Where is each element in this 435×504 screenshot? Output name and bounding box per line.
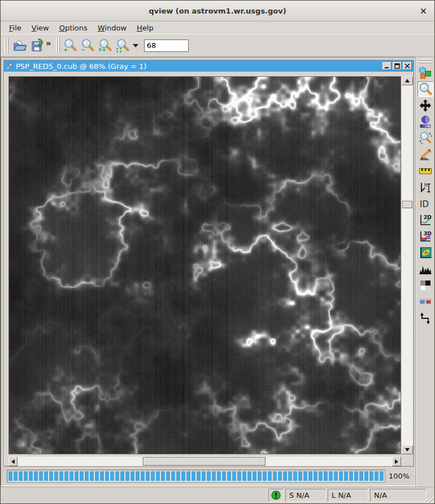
zoom-tool-icon [419,82,432,96]
band-selection-tool-button[interactable] [417,65,433,81]
toolbar-overflow-button[interactable]: » [46,38,54,53]
pan-tool-button[interactable] [417,98,433,113]
svg-text:ID: ID [420,199,429,209]
height-profile-icon: h [419,181,432,194]
plot-3d-tool-button[interactable]: 3D [417,229,433,244]
window-close-button[interactable] [419,6,428,15]
scroll-right-button[interactable] [392,457,401,466]
stretch-icon [419,115,432,129]
stereo-tool-button[interactable] [417,294,433,310]
mdi-workspace: PSP_RED5_0.cub @ 68% (Gray = 1) [1,57,415,486]
measure-tool-button[interactable] [417,163,433,179]
scatter-plot-tool-button[interactable] [417,245,433,261]
status-sample-value: S N/A [289,491,309,499]
menu-view[interactable]: View [27,23,54,33]
cube-viewport-window: PSP_RED5_0.cub @ 68% (Gray = 1) [3,60,414,467]
progress-percent-label: 100% [389,472,410,480]
scroll-right-icon [395,459,398,464]
save-floppy-icon [30,38,45,53]
zoom-in-button[interactable]: + [62,37,80,55]
menu-file[interactable]: File [4,23,27,33]
zoom-fit-icon [116,38,130,53]
pencil-icon [419,148,432,161]
scroll-up-icon [405,79,410,82]
track-tool-button[interactable] [417,310,433,326]
ruler-icon [419,164,432,178]
pan-arrows-icon [419,99,432,112]
progress-bar [7,470,385,483]
svg-text:3D: 3D [424,231,432,236]
find-icon [419,132,432,145]
find-tool-button[interactable] [417,130,433,146]
plot-3d-icon: 3D [419,230,432,243]
status-bar: S N/A L N/A N/A [1,486,434,503]
toolbar-drag-handle[interactable] [5,38,8,54]
track-path-icon [419,312,432,325]
plot-2d-icon: 2D [419,213,432,227]
svg-text:h: h [424,182,428,188]
vertical-scrollbar[interactable] [402,76,413,454]
zoom-level-input[interactable] [144,40,189,52]
scroll-down-button[interactable] [402,445,413,454]
horizontal-scroll-thumb[interactable] [143,457,266,466]
zoom-toolbar-drag-handle[interactable] [56,38,60,54]
viewport-titlebar[interactable]: PSP_RED5_0.cub @ 68% (Gray = 1) [4,60,414,72]
minimize-icon [384,63,390,69]
status-health-panel [268,489,284,502]
window-compare-tool-button[interactable] [417,278,433,293]
scroll-left-button[interactable] [8,457,18,466]
zoom-fit-dropdown-arrow[interactable] [133,44,138,47]
zoom-1-1-icon: 1:1 [98,38,113,53]
id-icon: ID [418,197,433,211]
menu-help[interactable]: Help [132,23,159,33]
zoom-in-icon: + [63,38,78,53]
viewport-maximize-button[interactable] [393,62,402,70]
plot-2d-tool-button[interactable]: 2D [417,212,433,228]
cube-image-frame [8,76,401,454]
menu-options[interactable]: Options [54,23,93,33]
sidebar-drag-handle[interactable] [419,59,432,63]
viewport-minimize-button[interactable] [382,62,392,70]
window-resize-grip[interactable] [427,496,434,503]
status-sample-panel: S N/A [285,489,326,502]
status-line-panel: L N/A [328,489,368,502]
cube-image-canvas[interactable] [9,77,401,454]
stereo-glasses-icon [419,295,432,309]
scroll-down-icon [405,448,410,452]
histogram-icon [419,262,432,276]
zoom-tool-button[interactable] [417,81,433,97]
vertical-scroll-thumb[interactable] [402,201,412,208]
window-title: qview (on astrovm1.wr.usgs.gov) [149,7,286,15]
progress-bar-fill [8,471,384,481]
status-pixel-value: N/A [374,491,387,499]
window-titlebar[interactable]: qview (on astrovm1.wr.usgs.gov) [1,1,434,21]
status-ok-icon [271,490,281,500]
stretch-tool-button[interactable] [417,114,433,130]
advanced-tracking-tool-button[interactable]: ID [417,196,433,212]
close-icon [420,8,427,14]
tool-sidebar: h ID 2D 3D [415,57,434,486]
menu-bar: File View Options Window Help [1,21,434,34]
qview-window: qview (on astrovm1.wr.usgs.gov) File Vie… [0,0,435,504]
open-file-button[interactable] [11,37,28,55]
save-button[interactable] [28,37,46,55]
horizontal-scrollbar[interactable] [8,457,401,466]
viewport-window-icon [6,62,14,70]
maximize-icon [394,63,400,69]
menu-window[interactable]: Window [93,23,132,33]
main-toolbar: » + − [1,34,434,57]
zoom-out-icon: − [81,38,95,53]
zoom-out-button[interactable]: − [80,37,97,55]
histogram-tool-button[interactable] [417,261,433,277]
scatter-plot-icon [419,246,432,260]
viewport-title: PSP_RED5_0.cub @ 68% (Gray = 1) [16,62,146,71]
viewport-close-button[interactable] [403,62,412,70]
svg-text:2D: 2D [424,214,432,220]
zoom-fit-button[interactable] [115,37,132,55]
zoom-actual-size-button[interactable]: 1:1 [97,37,115,55]
horizontal-scroll-track[interactable] [18,457,392,466]
vertical-scroll-track[interactable] [402,85,413,445]
edit-tool-button[interactable] [417,147,433,163]
sample-line-tool-button[interactable]: h [417,179,433,195]
scroll-up-button[interactable] [402,76,413,85]
